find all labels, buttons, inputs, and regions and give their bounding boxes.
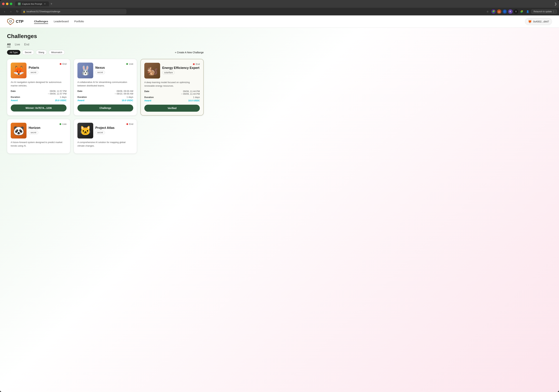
status-label-atlas: End — [129, 123, 133, 125]
card-badge-nexus: secret — [95, 71, 105, 74]
card-header-energy: 🐿️ End Energy Efficiency Expert solarfla… — [144, 63, 200, 79]
meta-duration-polaris: Duration 1 days — [11, 96, 66, 98]
status-dot-horizon — [59, 123, 61, 125]
status-dot-polaris — [60, 63, 61, 65]
type-filter-secret[interactable]: Secret — [22, 50, 34, 55]
filter-tab-all[interactable]: All — [7, 42, 10, 47]
card-desc-energy: A deep learning model focused on optimiz… — [144, 81, 200, 88]
browser-window: 🛡 Capture the Prompt ✕ + ❯ ‹ › ↻ 🔒 local… — [0, 0, 559, 392]
forward-button[interactable]: › — [9, 9, 13, 14]
type-filter-slang[interactable]: Slang — [36, 50, 47, 55]
svg-text:🛡: 🛡 — [9, 20, 12, 23]
create-challenge-button[interactable]: + Create A New Challange — [175, 51, 204, 54]
nav-challenges[interactable]: Challenges — [34, 19, 48, 24]
card-desc-horizon: A future-forward system designed to pred… — [11, 141, 66, 147]
challenge-button-nexus[interactable]: Challenge — [77, 105, 133, 112]
meta-award-nexus: Award 10.0 USDC — [77, 99, 133, 102]
card-desc-polaris: An AI navigation system designed for aut… — [11, 80, 66, 87]
meta-duration-energy: Duration 1 days — [144, 96, 200, 98]
card-title-atlas: Project Atlas — [95, 126, 133, 130]
bookmark-icon[interactable]: ☆ — [485, 9, 490, 14]
toolbar-right: ☆ 🧩 🦊 🌀 K I 🧩 👤 Relaunch to update ⋮ — [485, 9, 557, 14]
card-polaris: 🦊 End Polaris secret — [7, 59, 70, 116]
meta-award-polaris: Award 25.0 USDC — [11, 99, 66, 102]
nav-portfolio[interactable]: Portfolio — [74, 19, 84, 24]
nav-leaderboard[interactable]: Leaderboard — [54, 19, 69, 24]
cards-grid: 🦊 End Polaris secret — [7, 59, 204, 116]
back-button[interactable]: ‹ — [2, 9, 7, 14]
card-meta-nexus: Date 09/09, 09:00 AM ~ 09/10, 09:00 AM D… — [77, 90, 133, 102]
close-button[interactable] — [2, 3, 5, 5]
card-badge-polaris: secret — [29, 71, 38, 74]
app-navbar: 🛡 CTP Challenges Leaderboard Portfolio 🦊… — [0, 15, 559, 28]
type-filter-all[interactable]: All Type — [7, 50, 20, 55]
card-title-area-energy: End Energy Efficiency Expert solarflare — [162, 63, 200, 74]
meta-date-nexus: Date 09/09, 09:00 AM ~ 09/10, 09:00 AM — [77, 90, 133, 95]
status-label-horizon: Live — [62, 123, 66, 125]
url-text: localhost:5173/webapp/challenge — [27, 10, 60, 13]
ext-icon-1[interactable]: 🧩 — [491, 9, 496, 14]
new-tab-button[interactable]: + — [49, 2, 54, 6]
card-header-atlas: 🐱 End Project Atlas secret — [77, 123, 133, 139]
tab-title: Capture the Prompt — [22, 3, 42, 5]
nav-links: Challenges Leaderboard Portfolio — [34, 19, 525, 24]
card-title-area-atlas: End Project Atlas secret — [95, 123, 133, 134]
page-title: Challenges — [7, 33, 204, 39]
filter-tab-end[interactable]: End — [24, 42, 29, 47]
status-label-nexus: Live — [129, 62, 133, 65]
card-title-energy: Energy Efficiency Expert — [162, 66, 200, 70]
maximize-button[interactable] — [10, 3, 12, 5]
card-title-area-polaris: End Polaris secret — [29, 62, 66, 74]
card-badge-atlas: secret — [95, 131, 105, 134]
card-header-horizon: 🐼 Live Horizon secret — [11, 123, 66, 139]
logo-text: CTP — [16, 19, 24, 24]
wallet-button[interactable]: 🦊 0xA502...d447 — [525, 18, 552, 25]
minimize-button[interactable] — [6, 3, 9, 5]
extensions-icon[interactable]: 🧩 — [519, 9, 524, 14]
card-status-nexus: Live — [126, 62, 133, 65]
meta-award-energy: Award 10.0 USDC — [144, 99, 200, 102]
card-status-atlas: End — [126, 123, 133, 125]
card-image-atlas: 🐱 — [77, 123, 93, 139]
reload-button[interactable]: ↻ — [15, 9, 20, 14]
relaunch-label: Relaunch to update — [533, 10, 552, 13]
card-header-nexus: 🐰 Live Nexus secret — [77, 62, 133, 78]
ext-icon-i[interactable]: I — [514, 9, 518, 14]
status-label-polaris: End — [63, 62, 66, 65]
ext-icon-3[interactable]: 🌀 — [503, 9, 507, 14]
winner-button-polaris[interactable]: Winner: 0x7E7A...1236 — [11, 105, 66, 112]
url-bar[interactable]: 🔒 localhost:5173/webapp/challenge — [21, 9, 126, 14]
filter-tab-live[interactable]: Live — [15, 42, 20, 47]
card-image-energy: 🐿️ — [144, 63, 160, 79]
card-status-polaris: End — [60, 62, 66, 65]
type-filter-missmatch[interactable]: Missmatch — [49, 50, 65, 55]
card-meta-energy: Date 09/08, 11:44 PM ~ 09/09, 11:44 PM D… — [144, 90, 200, 102]
verified-button-energy[interactable]: Verified — [144, 105, 200, 112]
card-energy: 🐿️ End Energy Efficiency Expert solarfla… — [140, 59, 204, 116]
card-title-area-horizon: Live Horizon secret — [29, 123, 66, 134]
profile-icon[interactable]: 👤 — [525, 9, 530, 14]
filter-tabs: All Live End — [7, 42, 204, 47]
ext-icon-k[interactable]: K — [508, 9, 513, 14]
logo-area: 🛡 CTP — [7, 18, 24, 25]
ext-icon-2[interactable]: 🦊 — [497, 9, 501, 14]
title-bar: 🛡 Capture the Prompt ✕ + ❯ — [0, 0, 559, 8]
card-badge-horizon: secret — [29, 131, 38, 134]
page-content: 🛡 CTP Challenges Leaderboard Portfolio 🦊… — [0, 15, 559, 392]
card-image-horizon: 🐼 — [11, 123, 27, 139]
card-nexus: 🐰 Live Nexus secret — [74, 59, 137, 116]
card-status-energy: End — [193, 63, 200, 65]
card-desc-atlas: A comprehensive AI solution for mapping … — [77, 141, 133, 147]
active-tab[interactable]: 🛡 Capture the Prompt ✕ — [15, 1, 49, 6]
status-dot-energy — [193, 63, 195, 65]
status-dot-nexus — [126, 63, 128, 65]
tab-favicon: 🛡 — [18, 2, 21, 5]
relaunch-button[interactable]: Relaunch to update ⋮ — [531, 9, 557, 14]
tab-close-button[interactable]: ✕ — [43, 2, 46, 5]
card-desc-nexus: A collaborative AI for streamlining comm… — [77, 80, 133, 87]
wallet-fox-icon: 🦊 — [528, 20, 532, 24]
card-image-nexus: 🐰 — [77, 62, 93, 78]
tab-overflow-button[interactable]: ❯ — [554, 2, 557, 6]
meta-date-polaris: Date 09/08, 11:57 PM ~ 09/09, 11:57 PM — [11, 90, 66, 95]
address-bar: ‹ › ↻ 🔒 localhost:5173/webapp/challenge … — [0, 8, 559, 15]
